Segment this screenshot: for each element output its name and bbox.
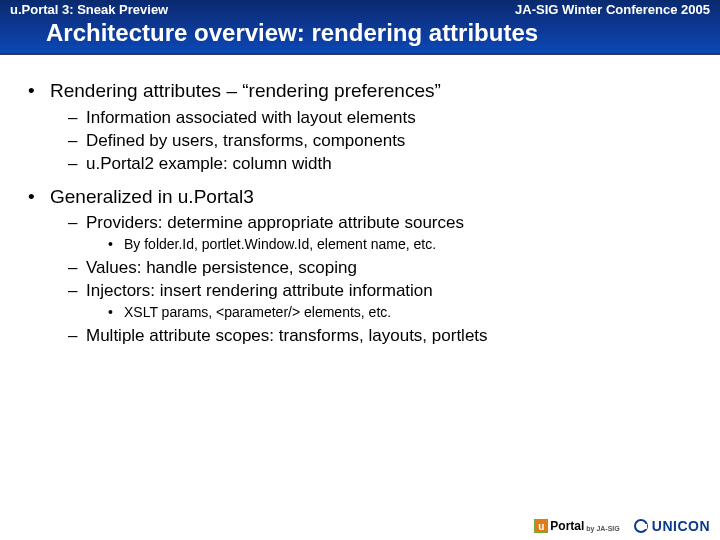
sub-list: –Providers: determine appropriate attrib… [68,212,692,346]
list-item: •XSLT params, <parameter/> elements, etc… [108,304,692,322]
dash-bullet-icon: – [68,325,86,346]
bullet-text: By folder.Id, portlet.Window.Id, element… [124,236,436,254]
list-item: • Rendering attributes – “rendering pref… [28,79,692,175]
bullet-text: Injectors: insert rendering attribute in… [86,280,433,301]
slide-footer: u Portal by JA-SIG UNICON [534,518,710,534]
disc-bullet-icon: • [28,185,50,209]
sub-sub-list: •XSLT params, <parameter/> elements, etc… [108,304,692,322]
list-item: –Defined by users, transforms, component… [68,130,692,151]
slide-title: Architecture overview: rendering attribu… [10,17,710,49]
list-item: –Multiple attribute scopes: transforms, … [68,325,692,346]
dot-bullet-icon: • [108,304,124,322]
bullet-text: Rendering attributes – “rendering prefer… [50,79,441,103]
slide-header: u.Portal 3: Sneak Preview JA-SIG Winter … [0,0,720,55]
sub-sub-list: •By folder.Id, portlet.Window.Id, elemen… [108,236,692,254]
disc-bullet-icon: • [28,79,50,103]
list-item: –u.Portal2 example: column width [68,153,692,174]
header-left-text: u.Portal 3: Sneak Preview [10,2,168,17]
uportal-logo-icon: u [534,519,548,533]
dash-bullet-icon: – [68,257,86,278]
dash-bullet-icon: – [68,280,86,301]
header-right-text: JA-SIG Winter Conference 2005 [515,2,710,17]
dash-bullet-icon: – [68,153,86,174]
bullet-text: u.Portal2 example: column width [86,153,332,174]
bullet-text: Multiple attribute scopes: transforms, l… [86,325,488,346]
bullet-text: Defined by users, transforms, components [86,130,405,151]
unicon-logo-icon [634,519,648,533]
list-item: –Providers: determine appropriate attrib… [68,212,692,253]
dot-bullet-icon: • [108,236,124,254]
list-item: –Information associated with layout elem… [68,107,692,128]
sub-list: –Information associated with layout elem… [68,107,692,175]
dash-bullet-icon: – [68,130,86,151]
uportal-logo-text: Portal [550,519,584,533]
slide: u.Portal 3: Sneak Preview JA-SIG Winter … [0,0,720,540]
bullet-text: Information associated with layout eleme… [86,107,416,128]
header-top-row: u.Portal 3: Sneak Preview JA-SIG Winter … [10,2,710,17]
bullet-text: XSLT params, <parameter/> elements, etc. [124,304,391,322]
uportal-logo: u Portal by JA-SIG [534,519,619,533]
list-item: –Values: handle persistence, scoping [68,257,692,278]
list-item: • Generalized in u.Portal3 –Providers: d… [28,185,692,347]
unicon-logo: UNICON [634,518,710,534]
list-item: •By folder.Id, portlet.Window.Id, elemen… [108,236,692,254]
bullet-text: Providers: determine appropriate attribu… [86,212,464,233]
dash-bullet-icon: – [68,107,86,128]
uportal-logo-subtext: by JA-SIG [586,525,619,533]
bullet-text: Generalized in u.Portal3 [50,185,254,209]
bullet-text: Values: handle persistence, scoping [86,257,357,278]
dash-bullet-icon: – [68,212,86,233]
bullet-list: • Rendering attributes – “rendering pref… [28,79,692,346]
unicon-logo-text: UNICON [652,518,710,534]
list-item: –Injectors: insert rendering attribute i… [68,280,692,321]
slide-body: • Rendering attributes – “rendering pref… [0,55,720,540]
